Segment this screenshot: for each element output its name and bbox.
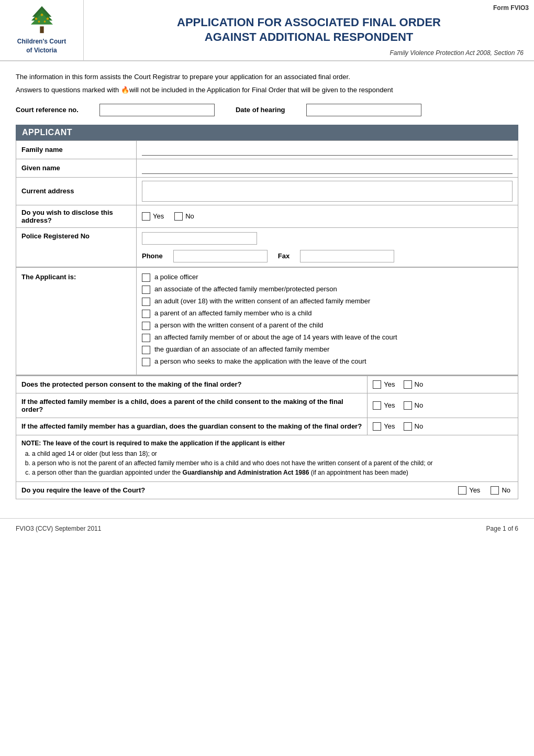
main-title: APPLICATION FOR ASSOCIATED FINAL ORDER A… [94,15,524,45]
consent-q2-yes[interactable]: Yes [373,401,395,410]
svg-point-5 [40,14,43,16]
consent-q2-no-box[interactable] [404,401,412,410]
applicant-option-box-6[interactable] [142,346,150,354]
disclose-checkbox-row: Yes No [142,212,513,221]
court-ref-input[interactable] [99,104,215,116]
title-area: Form FVIO3 APPLICATION FOR ASSOCIATED FI… [84,0,534,60]
consent-q3-no-label: No [415,422,424,430]
consent-q3-no-box[interactable] [404,422,412,431]
disclose-no-item[interactable]: No [174,212,194,221]
applicant-option-box-7[interactable] [142,358,150,366]
disclose-yes-checkbox[interactable] [142,212,150,221]
current-address-input[interactable] [142,181,513,202]
consent-q2-cell: If the affected family member is a child… [16,393,368,418]
applicant-is-section: The Applicant is: a police officer an as… [16,268,518,376]
consent-table: Does the protected person consent to the… [16,376,518,435]
applicant-option-label-0: a police officer [154,273,198,281]
applicant-option-box-4[interactable] [142,322,150,330]
police-reg-row: Police Registered No Phone Fax [16,228,518,267]
court-logo-icon [26,5,58,34]
applicant-option-box-3[interactable] [142,310,150,318]
applicant-option-5[interactable]: an affected family member of or about th… [142,333,513,342]
applicant-option-4[interactable]: a person with the written consent of a p… [142,321,513,330]
consent-q1-cell: Does the protected person consent to the… [16,376,368,393]
given-name-row: Given name [16,159,518,177]
consent-q1-no[interactable]: No [404,380,424,389]
family-name-input[interactable] [142,144,513,156]
family-name-label: Family name [16,140,137,159]
consent-row-1: Does the protected person consent to the… [16,376,518,393]
applicant-is-label: The Applicant is: [16,268,137,375]
applicant-option-7[interactable]: a person who seeks to make the applicati… [142,357,513,366]
given-name-input[interactable] [142,162,513,174]
applicant-option-label-4: a person with the written consent of a p… [154,321,323,329]
note-item-c: a person other than the guardian appoint… [32,468,513,477]
flame-icon: 🔥 [121,86,129,94]
police-number-input[interactable] [142,232,257,245]
leave-yes-item[interactable]: Yes [458,486,480,495]
consent-q3-yes-box[interactable] [373,422,381,431]
form-number: Form FVIO3 [493,4,529,12]
police-reg-content: Phone Fax [137,228,518,267]
applicant-is-content: a police officer an associate of the aff… [137,268,518,375]
leave-question-text: Do you require the leave of the Court? [16,482,451,498]
applicant-option-label-7: a person who seeks to make the applicati… [154,357,366,365]
disclose-label: Do you wish to disclose this address? [16,205,137,227]
applicant-option-label-3: a parent of an affected family member wh… [154,309,312,317]
consent-q3-yes-label: Yes [384,422,395,430]
applicant-option-label-6: the guardian of an associate of an affec… [154,345,329,353]
applicant-option-0[interactable]: a police officer [142,273,513,282]
consent-q2-yesno-cell: Yes No [368,393,518,418]
leave-no-box[interactable] [491,486,499,495]
applicant-option-label-2: an adult (over 18) with the written cons… [154,297,370,305]
consent-q1-no-label: No [415,380,424,388]
leave-of-court-row: Do you require the leave of the Court? Y… [16,482,518,499]
note-item-b: a person who is not the parent of an aff… [32,458,513,468]
legal-reference: Family Violence Protection Act 2008, Sec… [94,49,524,57]
disclose-yes-item[interactable]: Yes [142,212,164,221]
court-name-line2: of Victoria [26,47,57,54]
fax-input[interactable] [300,250,394,262]
applicant-option-box-2[interactable] [142,298,150,306]
consent-q2-no[interactable]: No [404,401,424,410]
applicant-options: a police officer an associate of the aff… [142,273,513,366]
consent-q2-yes-box[interactable] [373,401,381,410]
police-section: Police Registered No Phone Fax [16,228,518,268]
consent-q1-no-box[interactable] [404,380,412,389]
svg-point-6 [46,17,49,20]
leave-no-item[interactable]: No [491,486,510,495]
applicant-option-box-1[interactable] [142,286,150,294]
consent-q3-yes[interactable]: Yes [373,422,395,431]
applicant-option-6[interactable]: the guardian of an associate of an affec… [142,345,513,354]
applicant-option-box-0[interactable] [142,273,150,282]
disclose-address-row: Do you wish to disclose this address? Ye… [16,205,518,227]
intro-line2: Answers to questions marked with 🔥will n… [16,85,518,95]
note-section: NOTE: The leave of the court is required… [16,435,518,482]
logo-area: Children's Court of Victoria [0,0,84,60]
applicant-option-2[interactable]: an adult (over 18) with the written cons… [142,297,513,306]
consent-q1-yes[interactable]: Yes [373,380,395,389]
note-item-a: a child aged 14 or older (but less than … [32,449,513,458]
consent-q2-yes-label: Yes [384,401,395,409]
consent-q1-yesno: Yes No [373,380,513,389]
given-name-label: Given name [16,159,137,177]
applicant-option-box-5[interactable] [142,334,150,342]
disclose-no-checkbox[interactable] [174,212,183,221]
consent-q1-yesno-cell: Yes No [368,376,518,393]
consent-q3-yesno-cell: Yes No [368,418,518,435]
applicant-option-1[interactable]: an associate of the affected family memb… [142,285,513,294]
fax-label: Fax [278,252,290,260]
phone-input[interactable] [173,250,268,262]
consent-q2-text: If the affected family member is a child… [21,398,343,413]
phone-label: Phone [142,252,163,260]
consent-q2-no-label: No [415,401,424,409]
footer-right: Page 1 of 6 [486,525,518,532]
consent-q1-text: Does the protected person consent to the… [21,380,241,388]
date-input[interactable] [306,104,421,116]
leave-no-label: No [502,486,510,494]
consent-q1-yes-box[interactable] [373,380,381,389]
current-address-cell [137,177,518,205]
leave-yes-box[interactable] [458,486,466,495]
applicant-option-3[interactable]: a parent of an affected family member wh… [142,309,513,318]
consent-q3-no[interactable]: No [404,422,424,431]
